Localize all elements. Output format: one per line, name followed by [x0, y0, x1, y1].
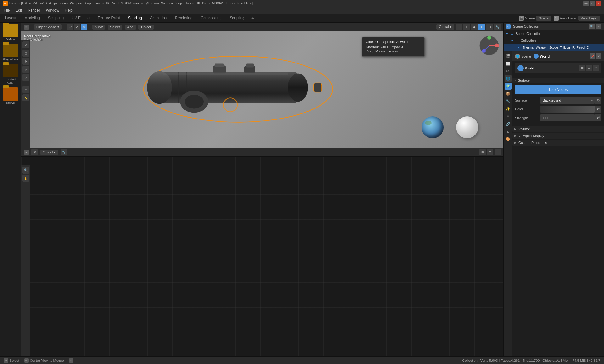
- scene-tab-btn[interactable]: 🌐 Scene: [515, 54, 531, 59]
- viewport-display-header[interactable]: ▶ Viewport Display: [512, 133, 604, 139]
- folder-3dsmax-icon[interactable]: [3, 24, 18, 37]
- world-unlink-btn[interactable]: ✕: [593, 65, 599, 71]
- props-particles-tab[interactable]: ✨: [505, 105, 512, 112]
- measure-tool[interactable]: 📏: [22, 94, 29, 101]
- mesh-row[interactable]: ▲ Thermal_Weapon_Scope_Trijicon_IR_Patro…: [504, 44, 604, 51]
- props-constraints-tab[interactable]: 🔗: [505, 120, 512, 127]
- collection-row[interactable]: ▾ 🗂 Collection: [504, 37, 604, 44]
- viewport-menu-icon[interactable]: ≡: [24, 25, 29, 30]
- node-tool-icon[interactable]: 🔧: [61, 149, 67, 155]
- color-swatch[interactable]: [540, 106, 595, 113]
- node-view-icon[interactable]: 👁: [31, 149, 38, 155]
- custom-properties-header[interactable]: ▶ Custom Properties: [512, 140, 604, 146]
- menu-window[interactable]: Window: [43, 8, 62, 13]
- use-nodes-button[interactable]: Use Nodes: [515, 85, 601, 94]
- viewport-add[interactable]: Add: [125, 25, 136, 30]
- outliner-filter[interactable]: 🔍: [589, 24, 595, 29]
- tab-texture-paint[interactable]: Texture Paint: [94, 14, 124, 22]
- select-tool[interactable]: ◻: [22, 50, 29, 57]
- overlay-button[interactable]: ⊙: [486, 24, 493, 30]
- surface-header[interactable]: ▾ Surface: [512, 78, 604, 83]
- maximize-button[interactable]: □: [590, 1, 595, 6]
- tab-rendering[interactable]: Rendering: [171, 14, 196, 22]
- menu-file[interactable]: File: [1, 8, 12, 13]
- menu-edit[interactable]: Edit: [13, 8, 25, 13]
- rotate-tool[interactable]: ↻: [22, 66, 29, 73]
- folder-autodesk-icon[interactable]: [3, 64, 18, 77]
- volume-header[interactable]: ▶ Volume: [512, 126, 604, 132]
- tab-sculpting[interactable]: Sculpting: [44, 14, 67, 22]
- world-browse-btn[interactable]: ☰: [579, 65, 585, 71]
- tab-animation[interactable]: Animation: [146, 14, 171, 22]
- object-mode-dropdown[interactable]: Object Mode ▾: [34, 24, 62, 30]
- color-reset-btn[interactable]: ↺: [595, 106, 601, 113]
- tab-scripting[interactable]: Scripting: [226, 14, 248, 22]
- node-hand-tool[interactable]: ✋: [22, 175, 29, 182]
- node-layout[interactable]: ☰: [495, 149, 501, 155]
- viewport-view[interactable]: View: [92, 25, 105, 30]
- world-new-btn[interactable]: +: [586, 65, 592, 71]
- props-scene-tab[interactable]: 🌐: [505, 75, 512, 82]
- strength-value[interactable]: 1.000: [540, 114, 595, 121]
- global-selector[interactable]: Global ▾: [436, 24, 454, 30]
- menu-render[interactable]: Render: [25, 8, 42, 13]
- outliner-options[interactable]: ≡: [596, 24, 601, 29]
- custom-properties-arrow: ▶: [514, 141, 517, 144]
- props-modifier-tab[interactable]: 🔧: [505, 98, 512, 105]
- 3d-viewport[interactable]: User Perspective (1) Collection: [21, 31, 503, 148]
- surface-value-dropdown[interactable]: Background: [540, 97, 595, 104]
- node-zoom-fit[interactable]: ⊞: [479, 149, 486, 155]
- node-search-tool[interactable]: 🔍: [22, 167, 29, 174]
- folder-allegorithmic-icon[interactable]: [3, 44, 18, 57]
- viewport-select[interactable]: Select: [108, 25, 122, 30]
- scale-tool[interactable]: ⤢: [22, 74, 29, 81]
- node-menu-icon[interactable]: ≡: [24, 150, 29, 155]
- close-button[interactable]: ✕: [596, 1, 601, 6]
- view-button[interactable]: 👁: [67, 24, 73, 30]
- tab-shading[interactable]: Shading: [124, 14, 146, 22]
- node-object-selector[interactable]: Object ▾: [40, 150, 58, 155]
- view-layer-selector[interactable]: View Layer: [578, 16, 600, 21]
- props-pin-btn[interactable]: 📌: [590, 53, 595, 59]
- tab-layout[interactable]: Layout: [1, 14, 20, 22]
- viewport-shading-material[interactable]: ◉: [471, 24, 478, 30]
- navigation-gizmo[interactable]: X Y Z: [478, 35, 500, 57]
- props-object-data-tab[interactable]: ▲: [505, 128, 512, 135]
- tab-uv-editing[interactable]: UV Editing: [68, 14, 93, 22]
- move-tool[interactable]: ✥: [22, 58, 29, 65]
- strength-reset-btn[interactable]: ↺: [595, 114, 601, 121]
- properties-panel: 🎬 ⬜ 🗂 🌐 🌍 📦 🔧 ✨ ⚛ 🔗 ▲ 🎨 🌐 S: [504, 51, 604, 356]
- folder-autodesk-label: Autodesk App...: [1, 78, 20, 84]
- svg-point-3: [288, 74, 308, 102]
- props-object-tab[interactable]: 📦: [505, 90, 512, 97]
- status-select-label: Select: [9, 359, 19, 362]
- cursor-button[interactable]: ↗: [74, 24, 80, 30]
- node-display-mode[interactable]: ⊡: [487, 149, 493, 155]
- viewport-object[interactable]: Object: [138, 25, 154, 30]
- gizmo-button[interactable]: 🔧: [494, 24, 501, 30]
- tab-compositing[interactable]: Compositing: [197, 14, 226, 22]
- props-material-tab[interactable]: 🎨: [505, 135, 512, 142]
- scene-selector[interactable]: Scene: [536, 16, 551, 21]
- props-world-tab[interactable]: 🌍: [505, 83, 512, 90]
- cursor-tool[interactable]: ↗: [22, 41, 29, 48]
- annotate-tool[interactable]: ✏: [22, 86, 29, 93]
- viewport-shading-wire[interactable]: ⊞: [456, 24, 462, 30]
- add-workspace-button[interactable]: +: [249, 14, 256, 22]
- folder-bitrix24-icon[interactable]: [3, 87, 18, 101]
- props-physics-tab[interactable]: ⚛: [505, 113, 512, 120]
- surface-reset-btn[interactable]: ↺: [595, 97, 601, 104]
- viewport-shading-solid[interactable]: ○: [463, 24, 470, 30]
- viewport-shading-rendered[interactable]: ●: [478, 24, 485, 30]
- menu-help[interactable]: Help: [62, 8, 75, 13]
- world-tab-btn[interactable]: World: [534, 54, 550, 59]
- move-button[interactable]: ✥: [81, 24, 87, 30]
- props-render-tab[interactable]: 🎬: [505, 52, 512, 59]
- props-output-tab[interactable]: ⬜: [505, 60, 512, 67]
- props-view-layer-tab[interactable]: 🗂: [505, 68, 512, 74]
- minimize-button[interactable]: —: [583, 1, 589, 6]
- props-collapse-btn[interactable]: ✕: [596, 53, 601, 59]
- node-editor[interactable]: 🔍 ✋: [21, 157, 503, 356]
- tab-modeling[interactable]: Modeling: [21, 14, 44, 22]
- scene-collection-row[interactable]: ▾ 🗂 Scene Collection: [504, 30, 604, 37]
